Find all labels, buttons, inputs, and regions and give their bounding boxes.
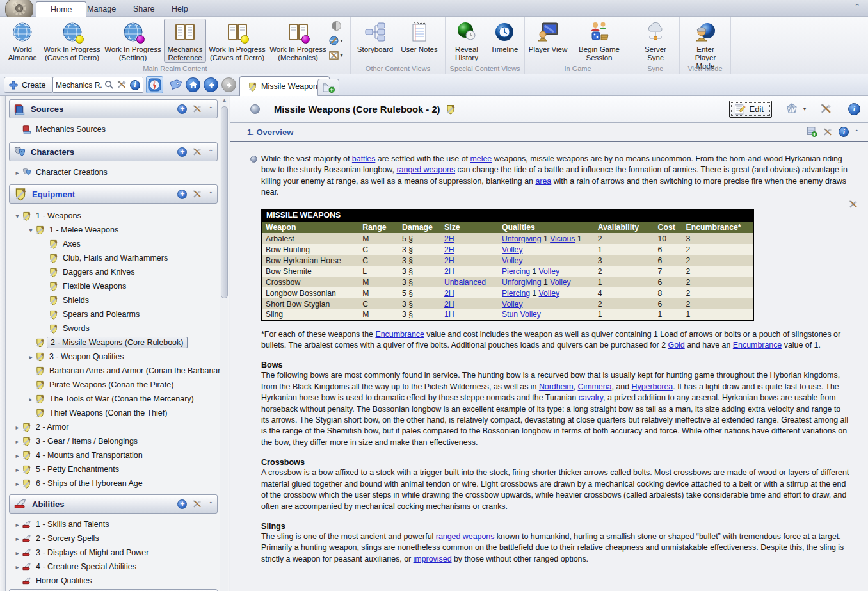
overview-section-bar[interactable]: 1. Overview i ⌃: [230, 123, 868, 142]
sidebar-section-abilities[interactable]: Abilities + ⌃: [9, 494, 218, 514]
sidebar-section-equipment[interactable]: Equipment + ⌃: [9, 184, 218, 204]
scroll-up-icon[interactable]: ▲: [221, 97, 228, 105]
tree-item[interactable]: Shields: [12, 293, 223, 307]
inline-link[interactable]: cavalry: [579, 393, 603, 402]
inline-link[interactable]: ranged weapons: [436, 532, 495, 541]
expand-expander-icon[interactable]: ▸: [13, 480, 22, 487]
inline-link[interactable]: 2H: [444, 234, 454, 243]
inline-link[interactable]: Piercing: [502, 267, 530, 276]
timeline-button[interactable]: Timeline: [486, 19, 522, 54]
tree-item[interactable]: 2 - Missile Weapons (Core Rulebook): [12, 336, 223, 350]
inline-link[interactable]: battles: [352, 154, 376, 163]
inline-link[interactable]: Cimmeria: [577, 382, 611, 391]
edit-button[interactable]: Edit: [729, 101, 772, 118]
tree-item[interactable]: Daggers and Knives: [12, 265, 223, 279]
add-character-button[interactable]: +: [177, 147, 187, 157]
sidebar-scrollbar[interactable]: ▲: [220, 96, 228, 591]
inline-link[interactable]: ranged weapons: [396, 165, 455, 174]
info-icon[interactable]: i: [839, 127, 849, 137]
scrollbar-thumb[interactable]: [221, 106, 228, 298]
collapse-section-icon[interactable]: ⌃: [208, 106, 213, 112]
search-icon[interactable]: [104, 80, 114, 90]
tools-icon[interactable]: [192, 190, 203, 199]
info-icon[interactable]: i: [130, 80, 140, 90]
inline-link[interactable]: Stun: [502, 310, 518, 319]
expand-expander-icon[interactable]: ▸: [26, 353, 35, 360]
expand-expander-icon[interactable]: ▸: [13, 549, 22, 556]
dropdown-arrow-icon[interactable]: ▾: [803, 106, 806, 112]
inline-link[interactable]: Piercing: [502, 289, 530, 298]
tree-item[interactable]: Flexible Weapons: [12, 279, 223, 293]
collapse-expander-icon[interactable]: ▾: [26, 227, 35, 234]
tree-item[interactable]: ▸The Tools of War (Conan the Mercenary): [12, 392, 223, 406]
home-button[interactable]: [184, 76, 202, 93]
collapse-ribbon-icon[interactable]: ⌃: [851, 3, 863, 13]
snippet-bullet-icon[interactable]: [250, 156, 257, 163]
tree-item[interactable]: ▸5 - Petty Enchantments: [12, 462, 223, 476]
inline-link[interactable]: Volley: [502, 300, 523, 309]
inline-link[interactable]: Unforgiving: [502, 234, 542, 243]
add-equipment-button[interactable]: +: [177, 190, 187, 199]
inline-link[interactable]: 1H: [444, 310, 454, 319]
sidebar-section-characters[interactable]: Characters + ⌃: [9, 142, 218, 161]
add-snippet-icon[interactable]: [807, 127, 817, 137]
tools-icon[interactable]: [192, 104, 203, 114]
collapse-section-icon[interactable]: ⌃: [208, 149, 213, 155]
wip-caves-mechanics-button[interactable]: Work In Progress (Caves of Derro): [207, 19, 267, 63]
add-ability-button[interactable]: +: [177, 499, 187, 509]
inline-link[interactable]: improvised: [414, 555, 452, 563]
book-tools-dropdown-button[interactable]: ▾: [329, 49, 343, 61]
expand-expander-icon[interactable]: ▸: [13, 424, 22, 431]
tree-item[interactable]: ▾1 - Melee Weapons: [12, 223, 223, 237]
inline-link[interactable]: 2H: [444, 300, 454, 309]
wip-mechanics-button[interactable]: Work In Progress (Mechanics): [268, 19, 328, 63]
inline-link[interactable]: 2H: [444, 267, 454, 276]
tree-item[interactable]: Club, Flails and Warhammers: [12, 251, 223, 265]
reveal-history-button[interactable]: Reveal History: [448, 19, 485, 63]
contrast-icon[interactable]: [329, 19, 343, 32]
navigation-compass-button[interactable]: [146, 76, 163, 93]
tree-item[interactable]: ▸Character Creations: [12, 165, 223, 179]
inline-link[interactable]: Volley: [520, 310, 541, 319]
add-source-button[interactable]: +: [177, 104, 187, 114]
world-almanac-button[interactable]: World Almanac: [4, 19, 41, 63]
tree-item[interactable]: Spears and Polearms: [12, 307, 223, 321]
back-button[interactable]: [202, 76, 220, 93]
player-view-button[interactable]: Player View: [527, 19, 568, 54]
collapse-expander-icon[interactable]: ▾: [13, 213, 22, 220]
expand-expander-icon[interactable]: ▸: [13, 169, 22, 176]
inline-link[interactable]: Volley: [539, 267, 560, 276]
inline-link[interactable]: Encumbrance: [375, 330, 424, 339]
server-sync-button[interactable]: Server Sync: [636, 19, 675, 63]
tag-button[interactable]: [166, 76, 183, 93]
snippet-tools-icon[interactable]: [848, 200, 859, 209]
tree-item[interactable]: ▾1 - Weapons: [12, 209, 223, 223]
inline-link[interactable]: 2H: [444, 256, 454, 265]
forward-button[interactable]: [220, 76, 237, 93]
user-notes-button[interactable]: User Notes: [398, 19, 440, 54]
tree-item[interactable]: Swords: [12, 321, 223, 336]
inline-link[interactable]: Nordheim: [539, 382, 574, 391]
inline-link[interactable]: Volley: [550, 278, 571, 287]
expand-expander-icon[interactable]: ▸: [13, 535, 22, 542]
expand-expander-icon[interactable]: ▸: [13, 563, 22, 571]
globe-tools-dropdown-button[interactable]: ▾: [329, 34, 343, 47]
inline-link[interactable]: Hyperborea: [632, 382, 673, 391]
tree-item[interactable]: ▸2 - Armor: [12, 420, 223, 434]
tree-item[interactable]: Pirate Weapons (Conan the Pirate): [12, 378, 223, 392]
begin-game-session-button[interactable]: Begin Game Session: [570, 19, 629, 63]
tree-item[interactable]: Barbarian Arms and Armor (Conan the Barb…: [12, 364, 223, 378]
tools-icon[interactable]: [823, 127, 833, 137]
wip-caves-almanac-button[interactable]: Work In Progress (Caves of Derro): [42, 19, 102, 63]
inline-link[interactable]: Vicious: [550, 234, 575, 243]
mechanics-reference-button[interactable]: Mechanics Reference: [164, 19, 206, 63]
inline-link[interactable]: melee: [470, 154, 492, 163]
create-button[interactable]: Create: [4, 77, 53, 93]
tree-item[interactable]: Thief Weapons (Conan the Thief): [12, 406, 223, 420]
tools-icon[interactable]: [192, 499, 203, 509]
ribbon-tab-help[interactable]: Help: [157, 1, 202, 17]
tree-item[interactable]: ▸4 - Mounts and Transportation: [12, 448, 223, 462]
tree-item[interactable]: Mechanics Sources: [12, 122, 223, 136]
inline-link[interactable]: 2H: [444, 289, 454, 298]
inline-link[interactable]: Encumbrance: [733, 341, 782, 350]
